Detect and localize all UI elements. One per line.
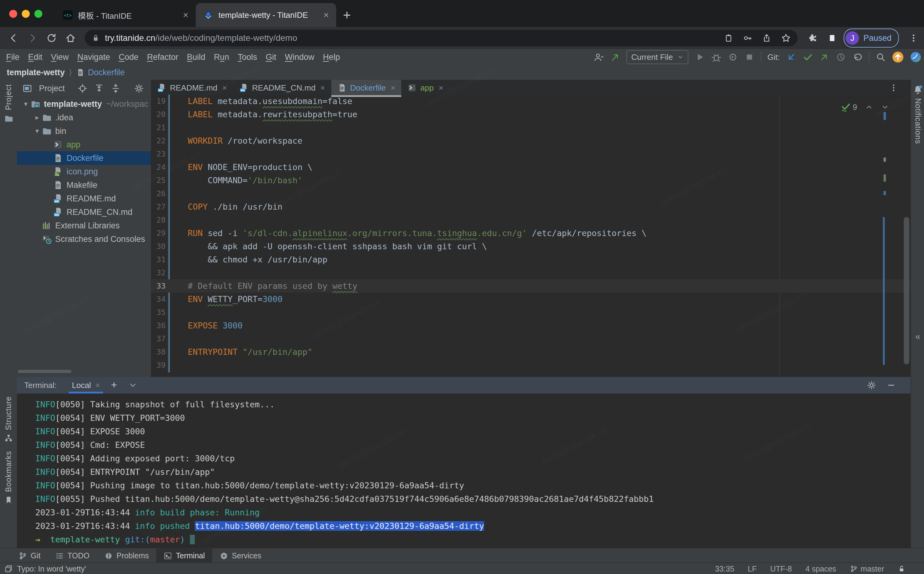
tree-item-bin[interactable]: ▾bin [17,124,151,138]
tool-window-button-todo[interactable]: TODO [48,549,97,563]
encoding[interactable]: UTF-8 [770,565,792,573]
line-number[interactable]: 19 [151,97,166,106]
project-panel-title[interactable]: Project [39,84,65,93]
line-number[interactable]: 22 [151,136,166,145]
menu-window[interactable]: Window [280,52,318,62]
terminal-settings-gear-icon[interactable] [867,381,876,390]
forward-icon[interactable] [27,33,38,44]
tool-window-button-terminal[interactable]: Terminal [156,549,212,563]
line-number[interactable]: 34 [151,295,166,304]
lock-icon[interactable] [91,34,100,43]
next-problem-icon[interactable] [881,103,889,111]
reload-icon[interactable] [46,33,57,44]
terminal-output[interactable]: INFO[0050] Taking snapshot of full files… [17,394,910,546]
tree-item-scratches-and-consoles[interactable]: Scratches and Consoles [17,232,151,246]
new-tab-button[interactable]: + [343,7,351,23]
breadcrumb-project[interactable]: template-wetty [7,68,65,77]
coverage-icon[interactable] [728,52,738,62]
sidepanel-icon[interactable] [827,33,837,43]
line-number[interactable]: 35 [151,308,166,317]
line-number[interactable]: 38 [151,347,166,356]
menu-file[interactable]: File [2,52,24,62]
collapse-all-icon[interactable] [111,84,121,93]
extensions-puzzle-icon[interactable] [808,33,817,43]
terminal-minimize-icon[interactable] [886,381,896,390]
menu-run[interactable]: Run [209,52,233,62]
menu-code[interactable]: Code [115,52,143,62]
history-clock-icon[interactable] [836,52,846,62]
editor-tab-readme-cn-md[interactable]: MDREADME_CN.md× [233,80,331,96]
new-session-icon[interactable]: + [111,381,120,390]
menu-view[interactable]: View [47,52,73,62]
git-update-icon[interactable] [786,52,797,62]
session-dropdown-icon[interactable] [128,381,137,390]
code-area[interactable]: 19LABEL metadata.usesubdomain=false20LAB… [151,95,910,377]
tool-button-project[interactable]: Project [0,84,17,123]
editor-tab-readme-md[interactable]: MDREADME.md× [151,80,233,96]
line-number[interactable]: 31 [151,255,166,264]
tree-item-external-libraries[interactable]: External Libraries [17,219,151,232]
back-icon[interactable] [8,33,19,44]
indent-setting[interactable]: 4 spaces [806,565,836,573]
browser-tab[interactable]: template-wetty - TitanIDE× [196,3,336,27]
key-icon[interactable] [743,33,752,43]
tree-item-readme-md[interactable]: MDREADME.md [17,192,151,205]
line-number[interactable]: 37 [151,334,166,343]
gear-icon[interactable] [134,84,144,93]
line-number[interactable]: 33 [151,281,166,290]
tree-item-template-wetty[interactable]: ▾template-wetty~/workspac [17,97,151,111]
profile-button[interactable]: J Paused [844,28,899,47]
tool-button-structure[interactable]: Structure [0,396,17,442]
tree-item-readme-cn-md[interactable]: MDREADME_CN.md [17,205,151,219]
line-number[interactable]: 30 [151,242,166,251]
close-icon[interactable]: × [96,381,100,390]
browser-tab[interactable]: <t>模板 - TitanIDE× [55,3,196,27]
tree-item-icon-png[interactable]: icon.png [17,165,151,178]
zoom-window-button[interactable] [35,10,42,18]
close-window-button[interactable] [9,10,17,18]
tree-chevron-icon[interactable]: ▾ [21,100,30,108]
menu-help[interactable]: Help [318,52,344,62]
line-number[interactable]: 23 [151,150,166,158]
tree-chevron-icon[interactable]: ▾ [33,127,42,135]
run-icon[interactable] [695,52,705,62]
project-hscrollbar[interactable] [18,370,71,373]
collapse-panel-icon[interactable]: « [911,331,924,342]
git-branch-widget[interactable]: master [850,565,884,573]
close-tab-icon[interactable]: × [439,83,443,93]
tool-window-button-git[interactable]: Git [11,549,48,563]
close-tab-icon[interactable]: × [222,83,227,93]
line-number[interactable]: 29 [151,229,166,238]
close-tab-icon[interactable]: × [320,83,325,93]
menu-refactor[interactable]: Refactor [143,52,182,62]
line-number[interactable]: 20 [151,110,166,119]
deploy-arrow-icon[interactable] [610,52,620,62]
menu-tools[interactable]: Tools [233,52,261,62]
line-number[interactable]: 32 [151,268,166,277]
run-config-select[interactable]: Current File [626,50,688,64]
minimize-window-button[interactable] [22,10,30,18]
share-icon[interactable] [762,33,771,43]
search-everywhere-icon[interactable] [875,52,886,62]
breadcrumb-file[interactable]: Dockerfile [88,68,124,77]
terminal-tab-local[interactable]: Local × [69,377,103,394]
titan-logo-icon[interactable] [910,51,922,63]
user-icon[interactable] [593,52,604,62]
line-number[interactable]: 26 [151,189,166,198]
home-icon[interactable] [65,33,76,44]
debug-bug-icon[interactable] [711,52,721,62]
hidden-tabs-icon[interactable] [889,83,898,92]
line-number[interactable]: 28 [151,216,166,224]
menu-build[interactable]: Build [182,52,209,62]
expand-all-icon[interactable] [94,84,104,93]
line-number[interactable]: 36 [151,321,166,330]
editor-tab-app[interactable]: app× [401,80,449,96]
address-bar[interactable]: try.titanide.cn/ide/web/coding/template-… [85,30,798,46]
tool-button-notifications[interactable]: Notifications [911,85,924,144]
editor-scrollbar[interactable] [904,217,909,364]
locate-icon[interactable] [78,84,87,93]
caret-position[interactable]: 33:35 [715,565,734,573]
rollback-icon[interactable] [852,52,863,62]
line-ending[interactable]: LF [748,565,757,573]
close-tab-icon[interactable]: × [183,10,189,20]
